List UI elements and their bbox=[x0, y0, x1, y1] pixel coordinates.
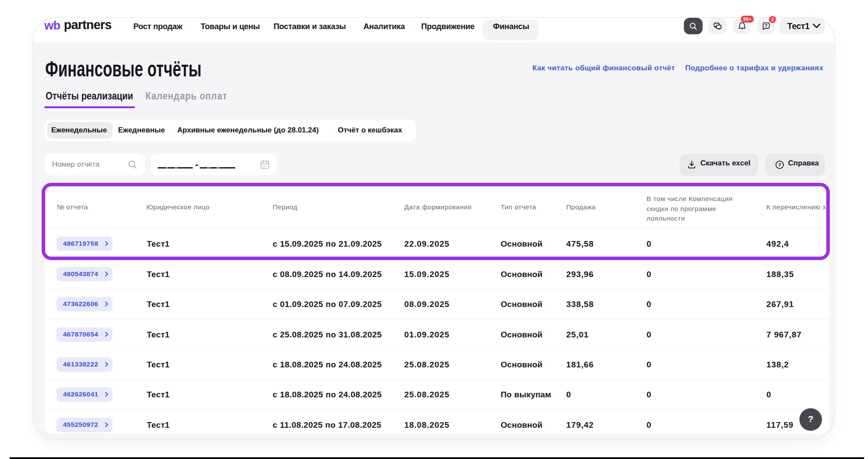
svg-text:?: ? bbox=[778, 162, 781, 168]
svg-text:?: ? bbox=[765, 23, 768, 28]
